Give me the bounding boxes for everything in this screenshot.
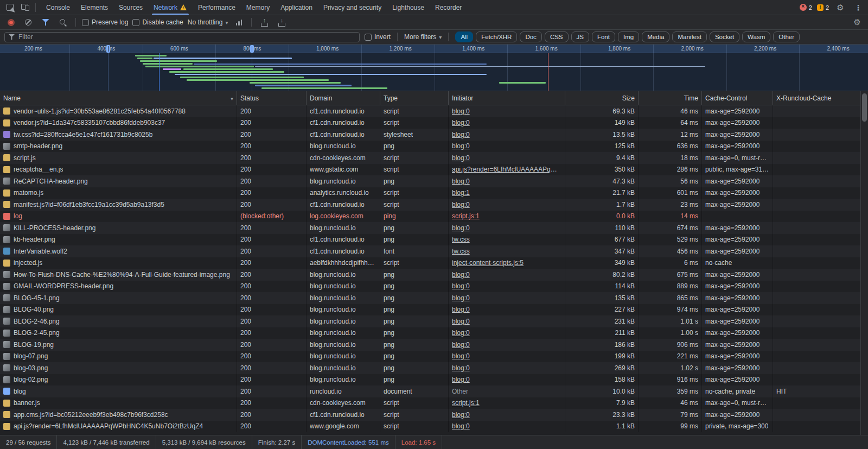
initiator-link[interactable]: script.js:1 [452,399,480,407]
table-row[interactable]: tw.css?id=280ffcca4e5e1e47cf161731b9c802… [0,129,860,141]
column-header-status[interactable]: Status [237,91,307,105]
devtools-settings-button[interactable] [834,2,847,14]
record-network-log-button[interactable] [4,16,17,28]
initiator-link[interactable]: blog:0 [452,131,470,138]
vertical-scrollbar[interactable] [860,91,868,435]
table-row[interactable]: BLOG-45-1.png200blog.runcloud.iopngblog:… [0,292,860,304]
overview-strip[interactable]: 200 ms400 ms600 ms800 ms1,000 ms1,200 ms… [0,45,868,91]
filter-chip-js[interactable]: JS [571,31,589,42]
filter-chip-doc[interactable]: Doc [520,31,541,42]
table-row[interactable]: app.cms.js?id=bc05212eeeb9f3eb498c7b96f3… [0,409,860,421]
filter-toggle-button[interactable] [39,16,52,28]
table-row[interactable]: blog-07.png200blog.runcloud.iopngblog:01… [0,351,860,363]
export-har-button[interactable] [275,16,288,28]
tab-memory[interactable]: Memory [241,0,275,15]
preserve-log-checkbox[interactable] [82,19,89,26]
filter-chip-wasm[interactable]: Wasm [742,31,770,42]
initiator-link[interactable]: blog:0 [452,364,470,372]
more-filters-select[interactable]: More filters [404,33,442,41]
initiator-link[interactable]: blog:0 [452,178,470,185]
column-header-domain[interactable]: Domain [307,91,380,105]
search-button[interactable] [56,16,69,28]
initiator-link[interactable]: blog:0 [452,224,470,232]
filter-chip-img[interactable]: Img [618,31,639,42]
tab-privacy-and-security[interactable]: Privacy and security [318,0,387,15]
overview-drag-handle[interactable] [250,45,254,53]
network-filter-input[interactable]: Filter [4,32,360,42]
initiator-link[interactable]: api.js?render=6LfhMclUAAAAAPqWPbHNC4K5uN… [452,166,561,173]
issues-badge[interactable]: 2 [817,4,829,11]
initiator-link[interactable]: tw.css [452,236,470,243]
console-errors-badge[interactable]: 2 [800,4,812,11]
table-row[interactable]: matomo.js200analytics.runcloud.ioscriptb… [0,187,860,199]
disable-cache-toggle[interactable]: Disable cache [132,18,183,26]
table-row[interactable]: script.js200cdn-cookieyes.comscriptblog:… [0,152,860,164]
preserve-log-toggle[interactable]: Preserve log [82,18,128,26]
table-row[interactable]: kb-header.png200cf1.cdn.runcloud.iopngtw… [0,234,860,246]
inspect-element-button[interactable] [3,2,16,14]
tab-recorder[interactable]: Recorder [430,0,467,15]
table-row[interactable]: BLOG-40.png200blog.runcloud.iopngblog:02… [0,304,860,316]
initiator-link[interactable]: blog:0 [452,107,470,115]
overview-drag-handle[interactable] [106,45,110,53]
column-header-name[interactable]: Name [0,91,237,105]
initiator-link[interactable]: blog:0 [452,376,470,383]
table-row[interactable]: InterVariable.woff2200cf1.cdn.runcloud.i… [0,245,860,257]
initiator-link[interactable]: blog:0 [452,341,470,349]
filter-chip-all[interactable]: All [455,31,473,42]
table-row[interactable]: KILL-PROCESS-header.png200blog.runcloud.… [0,222,860,234]
initiator-link[interactable]: blog:1 [452,189,470,197]
tab-application[interactable]: Application [275,0,318,15]
table-row[interactable]: ReCAPTCHA-header.png200blog.runcloud.iop… [0,175,860,187]
network-settings-button[interactable] [851,16,864,28]
table-row[interactable]: BLOG-2-45.png200blog.runcloud.iopngblog:… [0,327,860,339]
column-header-time[interactable]: Time [639,91,702,105]
column-header-size[interactable]: Size [565,91,639,105]
initiator-link[interactable]: blog:0 [452,119,470,127]
column-header-cache[interactable]: Cache-Control [702,91,773,105]
initiator-link[interactable]: blog:0 [452,306,470,313]
initiator-link[interactable]: inject-content-scripts.js:5 [452,259,524,267]
clear-network-log-button[interactable] [22,16,35,28]
table-row[interactable]: recaptcha__en.js200www.gstatic.comscript… [0,164,860,176]
table-row[interactable]: api.js?render=6LfhMclUAAAAAPqWPbHNC4K5uN… [0,421,860,433]
column-header-type[interactable]: Type [380,91,449,105]
initiator-link[interactable]: blog:0 [452,154,470,162]
invert-checkbox[interactable] [365,34,372,41]
filter-chip-socket[interactable]: Socket [710,31,739,42]
filter-chip-css[interactable]: CSS [545,31,569,42]
import-har-button[interactable] [258,16,271,28]
table-row[interactable]: log(blocked:other)log.cookieyes.compings… [0,211,860,223]
table-row[interactable]: smtp-header.png200blog.runcloud.iopngblo… [0,141,860,153]
table-row[interactable]: manifest.js?id=f06df1eb3fcc19a1cc39d5ab9… [0,199,860,211]
filter-chip-other[interactable]: Other [773,31,800,42]
tab-sources[interactable]: Sources [113,0,148,15]
table-row[interactable]: blog-03.png200blog.runcloud.iopngblog:02… [0,362,860,374]
table-row[interactable]: injected.js200aeblfdkhhhdcdjpifhhbbhhfcf… [0,257,860,269]
initiator-link[interactable]: blog:0 [452,422,470,430]
filter-chip-fetch-xhr[interactable]: Fetch/XHR [476,31,517,42]
filter-chip-font[interactable]: Font [592,31,615,42]
initiator-link[interactable]: script.js:1 [452,212,480,220]
initiator-link[interactable]: blog:0 [452,318,470,325]
column-header-initiator[interactable]: Initiator [449,91,565,105]
filter-chip-media[interactable]: Media [642,31,669,42]
tab-network[interactable]: Network [148,0,193,15]
initiator-link[interactable]: blog:0 [452,142,470,150]
initiator-link[interactable]: tw.css [452,248,470,255]
initiator-link[interactable]: blog:0 [452,352,470,360]
initiator-link[interactable]: blog:0 [452,411,470,419]
table-row[interactable]: BLOG-19.png200blog.runcloud.iopngblog:01… [0,339,860,351]
network-conditions-button[interactable] [232,16,245,28]
initiator-link[interactable]: blog:0 [452,282,470,290]
filter-chip-manifest[interactable]: Manifest [672,31,706,42]
table-row[interactable]: BLOG-2-46.png200blog.runcloud.iopngblog:… [0,315,860,327]
tab-console[interactable]: Console [41,0,75,15]
throttling-select[interactable]: No throttling [188,18,228,26]
table-row[interactable]: blog-02.png200blog.runcloud.iopngblog:01… [0,374,860,386]
table-row[interactable]: blog200runcloud.iodocumentOther10.0 kB35… [0,385,860,397]
disable-cache-checkbox[interactable] [132,19,139,26]
toggle-device-toolbar-button[interactable] [18,2,31,14]
more-options-button[interactable] [852,2,865,14]
initiator-link[interactable]: blog:0 [452,271,470,279]
